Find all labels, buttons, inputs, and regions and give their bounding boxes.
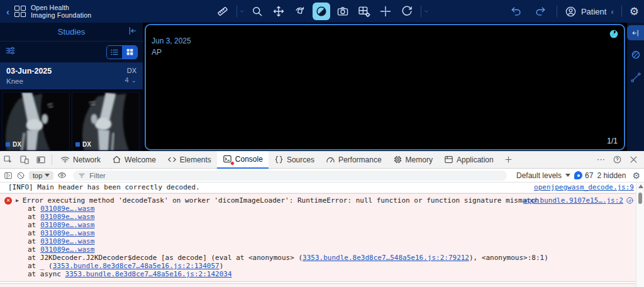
- app-branding: ‹ Open Health Imaging Foundation: [0, 4, 157, 19]
- capture-tool-button[interactable]: [334, 3, 352, 20]
- topbar-right-group: Patient ‹ ⚙: [508, 0, 639, 23]
- more-tools-chevron-icon[interactable]: [424, 9, 429, 14]
- wasm-frame-link[interactable]: 031089e….wasm: [40, 245, 94, 254]
- tabbar-divider: [52, 155, 52, 165]
- grid-view-button[interactable]: [122, 46, 137, 59]
- thumbnail-list: DX DX: [0, 89, 143, 151]
- wasm-frame-link[interactable]: 031089e….wasm: [40, 205, 94, 213]
- tab-performance[interactable]: Performance: [320, 151, 387, 169]
- dock-side-button[interactable]: [33, 151, 49, 168]
- console-scrollbar[interactable]: [636, 183, 644, 287]
- filter-settings-icon[interactable]: [5, 45, 16, 59]
- layout-tool-button[interactable]: [355, 3, 373, 20]
- bundle-frame-link[interactable]: 3353.bundle.8e3d8ce7…48a5e16.js:2:134057: [53, 262, 219, 270]
- wifi-icon: [60, 155, 70, 164]
- tab-elements[interactable]: Elements: [162, 151, 217, 169]
- wasm-frame-link[interactable]: 031089e….wasm: [40, 213, 94, 221]
- study-info: 03-Jun-2025 Knee: [6, 67, 52, 85]
- measurements-panel-icon[interactable]: [630, 72, 641, 86]
- window-level-tool-button[interactable]: [313, 3, 330, 20]
- pan-tool-button[interactable]: [270, 3, 287, 20]
- study-list-item[interactable]: 03-Jun-2025 Knee DX 4 ⌄: [0, 63, 143, 89]
- bundle-frame-link[interactable]: 3353.bundle.8e3d8ce7…48a5e16.js:2:142034: [65, 270, 232, 278]
- bundle-frame-link[interactable]: 3353.bundle.8e3d8ce7…548a5e16.js:2:79212: [303, 254, 469, 262]
- redo-button[interactable]: [531, 3, 549, 20]
- thumbnail-label: DX: [75, 141, 91, 148]
- devtools-menu-button[interactable]: [592, 151, 609, 168]
- more-tabs-button[interactable]: [501, 151, 517, 168]
- study-collapse-chevron-icon[interactable]: ⌄: [131, 77, 136, 84]
- rotate-3d-icon: [294, 5, 306, 18]
- layout-grid-gear-icon: [358, 5, 370, 18]
- code-brackets-icon: [167, 155, 177, 164]
- wasm-frame-link[interactable]: 031089e….wasm: [40, 229, 94, 237]
- viewport-status-icon: [609, 29, 619, 42]
- expand-triangle-icon[interactable]: ▶: [16, 198, 19, 203]
- tab-sources[interactable]: Sources: [269, 151, 320, 169]
- explain-error-icon[interactable]: [626, 196, 634, 205]
- tab-memory[interactable]: Memory: [387, 151, 438, 169]
- back-arrow-icon[interactable]: ‹: [6, 6, 9, 17]
- series-thumbnail-1[interactable]: DX: [2, 92, 70, 151]
- default-levels-dropdown[interactable]: Default levels: [516, 171, 562, 180]
- console-filter-input[interactable]: Filter: [73, 171, 507, 181]
- home-icon: [112, 155, 121, 164]
- scrollbar-thumb[interactable]: [638, 193, 642, 204]
- segmentation-panel-icon[interactable]: [630, 49, 641, 63]
- inspect-element-button[interactable]: [0, 151, 16, 168]
- live-expression-eye-icon[interactable]: [57, 171, 67, 180]
- console-toolbar: top Filter Default levels 67 2 hidden ⚙: [0, 169, 644, 183]
- tab-application[interactable]: Application: [438, 151, 499, 169]
- measure-tool-button[interactable]: [214, 3, 231, 20]
- study-meta: DX 4 ⌄: [125, 67, 136, 85]
- device-toolbar-button[interactable]: [16, 151, 33, 168]
- viewport-area: Jun 3, 2025 AP 1/1: [143, 23, 627, 151]
- rotate-3d-tool-button[interactable]: [291, 3, 309, 20]
- thumbnail-label: DX: [6, 141, 21, 148]
- studies-panel: Studies: [0, 23, 143, 151]
- active-viewport[interactable]: Jun 3, 2025 AP 1/1: [145, 24, 625, 150]
- console-error-row: ✕ ▶ Error executing method 'decodeTask' …: [0, 193, 644, 282]
- console-sidebar-toggle-icon[interactable]: [4, 171, 13, 180]
- devtools-window-controls: [592, 151, 644, 168]
- devtools-help-button[interactable]: [609, 151, 625, 168]
- expand-right-panel-button[interactable]: [627, 25, 644, 40]
- tab-network[interactable]: Network: [55, 151, 106, 169]
- stack-frame-wasm: at031089e….wasm: [0, 237, 634, 245]
- reset-view-button[interactable]: [398, 3, 416, 20]
- info-source-link[interactable]: openjpegwasm_decode.js:9: [534, 183, 634, 191]
- memory-chip-icon: [393, 155, 402, 164]
- topbar: ‹ Open Health Imaging Foundation: [0, 0, 644, 23]
- camera-icon: [336, 5, 349, 18]
- series-thumbnail-2[interactable]: DX: [72, 92, 140, 151]
- error-source-link[interactable]: app.bundle.9107e15….js:2: [523, 196, 623, 205]
- scrollbar-up-arrow[interactable]: [638, 184, 643, 188]
- patient-menu-button[interactable]: Patient ‹: [565, 6, 614, 18]
- console-settings-gear-icon[interactable]: ⚙: [632, 171, 640, 180]
- console-levels-group: Default levels 67 2 hidden ⚙: [516, 171, 640, 180]
- crosshair-tool-button[interactable]: [377, 3, 394, 20]
- issues-counter[interactable]: 67: [574, 171, 593, 180]
- hidden-messages-link[interactable]: 2 hidden: [597, 171, 626, 180]
- chevron-down-icon[interactable]: [565, 174, 570, 177]
- zoom-tool-button[interactable]: [248, 3, 266, 20]
- tab-console[interactable]: Console: [217, 151, 269, 169]
- app-title: Open Health Imaging Foundation: [31, 4, 91, 19]
- stack-frame-wasm: at031089e….wasm: [0, 213, 634, 221]
- devtools-close-button[interactable]: [625, 151, 641, 168]
- study-description: Knee: [6, 77, 52, 85]
- undo-button[interactable]: [508, 3, 525, 20]
- clear-console-icon[interactable]: [16, 171, 25, 180]
- tool-toolbar: [214, 0, 429, 23]
- measure-dropdown-chevron-icon[interactable]: [240, 9, 245, 14]
- toolbar-divider: [421, 6, 421, 17]
- javascript-context-dropdown[interactable]: top: [29, 171, 53, 180]
- list-view-button[interactable]: [107, 46, 122, 59]
- tab-welcome[interactable]: Welcome: [106, 151, 162, 169]
- collapse-left-panel-icon[interactable]: [128, 26, 138, 38]
- wasm-frame-link[interactable]: 031089e….wasm: [40, 237, 94, 245]
- settings-gear-icon[interactable]: ⚙: [630, 6, 639, 17]
- wasm-frame-link[interactable]: 031089e….wasm: [40, 221, 94, 229]
- grid-view-icon: [126, 48, 134, 56]
- error-message: Error executing method 'decodeTask' on w…: [23, 196, 539, 205]
